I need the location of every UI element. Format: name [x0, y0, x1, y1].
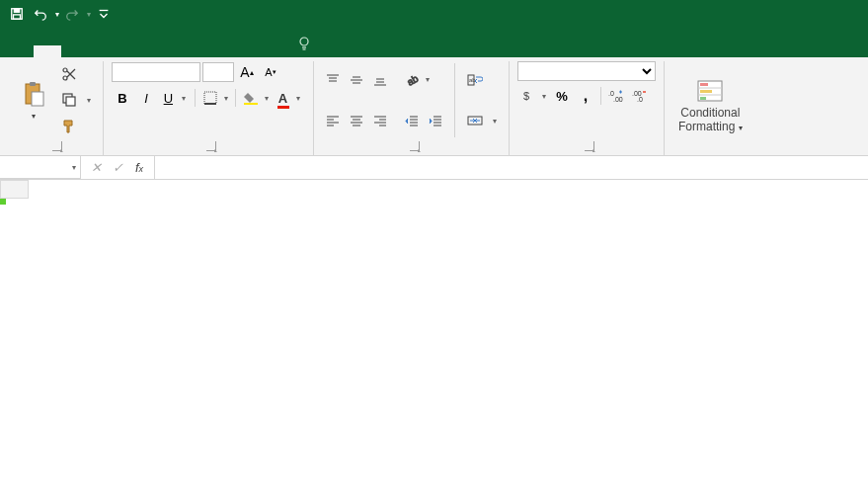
merge-center-button[interactable]: ▾ [463, 111, 501, 130]
svg-rect-9 [32, 92, 43, 106]
format-painter-button[interactable] [57, 117, 95, 136]
align-middle-icon [350, 73, 363, 87]
fill-color-button[interactable]: ▾ [240, 87, 272, 109]
group-number: $▾ % , .0.00 .00.0 [510, 61, 665, 155]
align-left-icon [326, 114, 340, 127]
font-name-combo[interactable] [112, 62, 200, 82]
select-all-corner[interactable] [1, 181, 29, 199]
currency-icon: $ [521, 89, 535, 103]
svg-rect-16 [204, 92, 216, 104]
tab-file[interactable] [6, 45, 34, 57]
paste-button[interactable]: ▾ [14, 61, 53, 139]
copy-icon [61, 92, 77, 108]
lightbulb-icon [296, 36, 312, 51]
svg-rect-2 [14, 15, 21, 19]
border-icon [203, 91, 217, 105]
tab-help[interactable] [255, 45, 282, 57]
tab-view[interactable] [199, 45, 227, 57]
italic-button[interactable]: I [135, 87, 157, 109]
undo-button[interactable] [30, 3, 51, 25]
tab-page-layout[interactable] [89, 45, 117, 57]
svg-point-10 [63, 76, 67, 80]
number-launcher[interactable] [585, 141, 594, 151]
group-clipboard: ▾ ▾ [6, 61, 104, 155]
save-icon [10, 7, 24, 21]
decrease-font-button[interactable]: A▾ [260, 61, 281, 83]
enter-formula-button[interactable]: ✓ [107, 158, 128, 178]
redo-button[interactable] [61, 3, 83, 25]
tab-home[interactable] [34, 45, 61, 57]
svg-rect-8 [30, 82, 36, 86]
svg-text:.0: .0 [637, 96, 643, 103]
chevron-down-icon: ▾ [32, 112, 36, 121]
svg-rect-18 [244, 103, 258, 105]
align-middle-button[interactable] [346, 69, 367, 91]
redo-icon [65, 7, 79, 21]
paintbrush-icon [61, 119, 77, 134]
accounting-format-button[interactable]: $▾ [517, 85, 549, 107]
tab-review[interactable] [172, 45, 199, 57]
align-left-button[interactable] [322, 110, 344, 131]
orientation-button[interactable]: ab▾ [401, 69, 433, 91]
chevron-down-icon[interactable]: ▾ [72, 163, 76, 172]
increase-decimal-icon: .0.00 [608, 89, 624, 103]
cancel-formula-button[interactable]: ✕ [85, 158, 107, 178]
number-format-combo[interactable] [517, 61, 656, 81]
align-center-icon [350, 114, 363, 127]
scissors-icon [61, 66, 77, 82]
decrease-decimal-button[interactable]: .00.0 [629, 85, 651, 107]
font-launcher[interactable] [206, 141, 216, 151]
svg-text:.00: .00 [613, 96, 623, 103]
save-button[interactable] [6, 3, 28, 25]
align-bottom-icon [373, 73, 387, 87]
copy-button[interactable]: ▾ [57, 90, 95, 110]
font-size-combo[interactable] [202, 62, 234, 82]
group-alignment: ab▾ ab ▾ [314, 61, 510, 155]
customize-qat-button[interactable] [93, 3, 115, 25]
clipboard-launcher[interactable] [52, 141, 62, 151]
underline-button[interactable]: U▾ [159, 87, 191, 109]
tab-developer[interactable] [227, 45, 255, 57]
insert-function-button[interactable]: fx [128, 158, 150, 178]
merge-icon [467, 113, 483, 128]
outdent-icon [405, 114, 419, 127]
align-center-button[interactable] [346, 110, 367, 131]
comma-button[interactable]: , [575, 85, 596, 107]
svg-point-4 [300, 38, 308, 45]
font-color-button[interactable]: A▾ [274, 87, 305, 109]
conditional-formatting-icon [696, 77, 724, 105]
align-bottom-button[interactable] [369, 69, 391, 91]
redo-dropdown[interactable]: ▾ [87, 10, 91, 19]
svg-text:ab: ab [469, 77, 476, 83]
cut-button[interactable] [57, 64, 95, 84]
tab-data[interactable] [144, 45, 172, 57]
decrease-indent-button[interactable] [401, 110, 423, 131]
tab-formulas[interactable] [117, 45, 144, 57]
increase-decimal-button[interactable]: .0.00 [605, 85, 627, 107]
border-button[interactable]: ▾ [199, 87, 231, 109]
tab-insert[interactable] [61, 45, 89, 57]
svg-text:ab: ab [405, 73, 419, 87]
x-icon: ✕ [91, 160, 102, 175]
undo-dropdown[interactable]: ▾ [55, 10, 59, 19]
conditional-formatting-button[interactable]: ConditionalFormatting ▾ [672, 61, 749, 149]
increase-font-button[interactable]: A▴ [236, 61, 258, 83]
fill-icon [244, 91, 258, 105]
conditional-formatting-label: ConditionalFormatting ▾ [678, 107, 743, 132]
paste-icon [20, 80, 47, 108]
formula-bar: ▾ ✕ ✓ fx [0, 156, 868, 180]
align-top-button[interactable] [322, 69, 344, 91]
increase-indent-button[interactable] [425, 110, 446, 131]
ribbon: ▾ ▾ A [0, 57, 868, 156]
tell-me-search[interactable] [282, 30, 334, 57]
align-right-button[interactable] [369, 110, 391, 131]
percent-button[interactable]: % [551, 85, 573, 107]
formula-input[interactable] [155, 156, 868, 179]
alignment-launcher[interactable] [410, 141, 420, 151]
wrap-text-button[interactable]: ab [463, 70, 501, 90]
spreadsheet-grid[interactable] [0, 180, 868, 199]
bold-button[interactable]: B [112, 87, 133, 109]
fill-handle[interactable] [0, 199, 6, 205]
align-right-icon [373, 114, 387, 127]
name-box[interactable]: ▾ [0, 156, 81, 179]
